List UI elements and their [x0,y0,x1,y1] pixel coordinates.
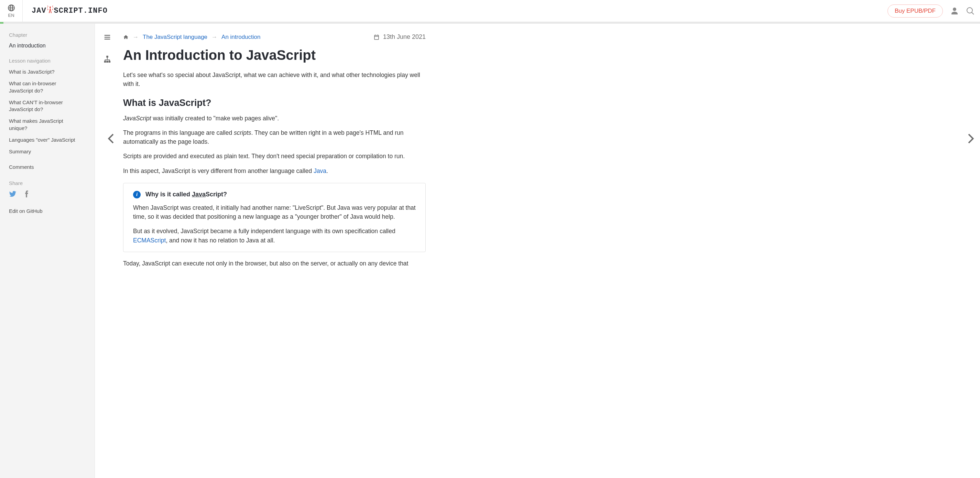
publish-date: 13th June 2021 [374,33,426,41]
sidebar: Chapter An introduction Lesson navigatio… [0,24,95,478]
lesson-nav-item[interactable]: Summary [9,148,81,155]
search-icon[interactable] [966,7,975,15]
profile-icon[interactable] [950,7,959,15]
body-text: In this aspect, JavaScript is very diffe… [123,167,313,174]
edit-on-github-link[interactable]: Edit on GitHub [9,208,86,214]
info-callout: i Why is it called JavaScript? When Java… [123,183,426,252]
body-text: . [326,167,328,174]
calendar-icon [374,34,380,40]
body-text: But as it evolved, JavaScript became a f… [133,228,395,234]
sidebar-share-label: Share [9,180,86,186]
body-text: , and now it has no relation to Java at … [166,237,275,244]
callout-paragraph: When JavaScript was created, it initiall… [133,203,416,221]
sitemap-icon[interactable] [103,55,111,63]
em-text: scripts [234,129,251,136]
home-icon[interactable] [123,34,129,40]
section-heading: What is JavaScript? [123,98,426,108]
ecmascript-link[interactable]: ECMAScript [133,237,166,244]
body-paragraph: JavaScript was initially created to "mak… [123,114,426,123]
body-paragraph: The programs in this language are called… [123,128,426,147]
next-page-button[interactable] [967,134,975,145]
lesson-nav-item[interactable]: What can in-browser JavaScript do? [9,80,81,94]
sidebar-comments-link[interactable]: Comments [9,164,86,170]
lesson-nav-item[interactable]: What CAN'T in-browser JavaScript do? [9,99,81,113]
language-code: EN [8,13,14,18]
breadcrumb-separator: → [133,34,138,41]
lesson-nav-item[interactable]: What makes JavaScript unique? [9,118,81,132]
sidebar-chapter-link[interactable]: An introduction [9,43,86,49]
breadcrumb-separator: → [212,34,217,41]
lesson-nav-item[interactable]: Languages "over" JavaScript [9,137,81,143]
menu-icon[interactable] [103,33,111,41]
svg-point-0 [49,6,51,8]
left-rail [95,24,120,478]
em-text: JavaScript [123,115,151,122]
sidebar-lesson-nav-label: Lesson navigation [9,58,86,64]
callout-title: Why is it called JavaScript? [145,191,227,198]
body-text: The programs in this language are called [123,129,234,136]
site-header: EN JAV SCRIPT.INFO Buy EPUB/PDF [0,0,980,22]
breadcrumb-root[interactable]: The JavaScript language [143,34,207,41]
body-text: was initially created to "make web pages… [151,115,279,122]
breadcrumb-current[interactable]: An introduction [221,34,260,41]
sidebar-chapter-label: Chapter [9,32,86,38]
callout-paragraph: But as it evolved, JavaScript became a f… [133,226,416,245]
logo-tower-icon [47,5,53,16]
prev-page-button[interactable] [107,134,114,145]
globe-icon [7,4,16,12]
twitter-icon[interactable] [9,190,16,198]
buy-button[interactable]: Buy EPUB/PDF [888,5,943,18]
info-icon: i [133,191,141,198]
callout-title-text: Why is it called [145,191,192,198]
body-paragraph: Scripts are provided and executed as pla… [123,151,426,161]
logo-text-left: JAV [32,6,46,15]
content-area: → The JavaScript language → An introduct… [120,24,980,478]
body-paragraph: In this aspect, JavaScript is very diffe… [123,166,426,175]
lesson-nav-list: What is JavaScript? What can in-browser … [9,69,86,155]
lesson-nav-item[interactable]: What is JavaScript? [9,69,81,75]
body-paragraph: Today, JavaScript can execute not only i… [123,259,426,268]
facebook-icon[interactable] [24,190,29,198]
language-switcher[interactable]: EN [0,0,23,22]
logo-text-right: SCRIPT.INFO [54,6,108,15]
site-logo[interactable]: JAV SCRIPT.INFO [32,6,108,16]
callout-title-underline: Java [192,191,206,198]
intro-paragraph: Let's see what's so special about JavaSc… [123,70,426,89]
breadcrumb: → The JavaScript language → An introduct… [123,34,260,41]
java-link[interactable]: Java [313,167,326,174]
share-icons [9,190,86,198]
publish-date-text: 13th June 2021 [383,33,426,41]
callout-title-text: Script? [206,191,227,198]
page-title: An Introduction to JavaScript [123,48,426,63]
